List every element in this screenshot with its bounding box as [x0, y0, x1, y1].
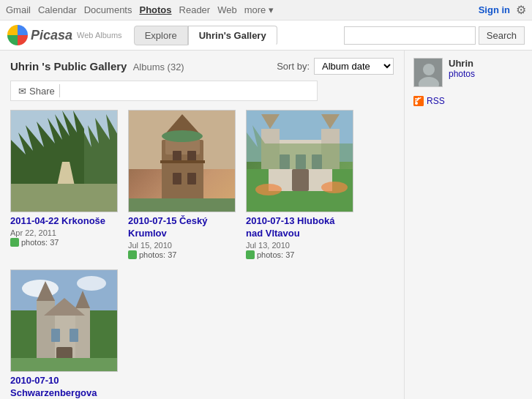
search-button[interactable]: Search: [479, 26, 525, 45]
gmail-link[interactable]: Gmail: [6, 4, 31, 15]
rss-icon: [413, 96, 424, 106]
svg-rect-13: [187, 173, 196, 184]
picasa-logo-icon: [7, 25, 28, 45]
sort-select[interactable]: Album date Name Date created: [314, 58, 394, 75]
album-svg-scene: [11, 111, 118, 212]
album-svg-scene: [247, 111, 353, 212]
avatar-image: [414, 59, 443, 87]
svg-point-49: [415, 102, 418, 105]
svg-rect-12: [173, 173, 181, 184]
album-title: 2010-07-13 Hluboká nad Vltavou: [246, 215, 353, 240]
user-name: Uhrin: [449, 58, 475, 69]
user-card: Uhrin photos: [413, 58, 523, 87]
svg-rect-4: [11, 184, 118, 212]
web-albums-label: Web Albums: [77, 31, 122, 40]
picasa-header: Picasa Web Albums Explore Uhrin's Galler…: [0, 20, 532, 51]
svg-rect-14: [160, 160, 205, 163]
album-title: 2010-07-15 Český Krumlov: [128, 215, 236, 240]
svg-point-27: [255, 184, 282, 195]
gallery-title: Uhrin 's Public Gallery Albums (32): [10, 60, 184, 72]
rss-label: RSS: [427, 96, 445, 106]
share-label: Share: [29, 86, 55, 97]
share-bar: ✉ Share: [10, 81, 318, 101]
album-photo-count: photos: 37: [21, 238, 59, 247]
album-date: Jul 15, 2010: [128, 241, 236, 250]
album-thumbnail: [10, 110, 118, 212]
svg-point-32: [77, 276, 106, 291]
share-divider: [59, 84, 60, 97]
uhrins-gallery-tab[interactable]: Uhrin's Gallery: [188, 26, 277, 45]
svg-rect-41: [51, 329, 60, 342]
album-item[interactable]: 2010-07-10 Schwarzenbergova hrobka Jul 1…: [10, 269, 118, 399]
picasa-tabs: Explore Uhrin's Gallery: [134, 26, 277, 45]
album-thumbnail: [128, 110, 236, 212]
documents-link[interactable]: Documents: [84, 4, 132, 15]
google-nav-links: Gmail Calendar Documents Photos Reader W…: [6, 4, 274, 15]
calendar-link[interactable]: Calendar: [38, 4, 77, 15]
google-nav-right: Sign in ⚙: [479, 3, 526, 17]
share-icon: ✉: [18, 86, 26, 97]
reader-link[interactable]: Reader: [179, 4, 211, 15]
svg-rect-26: [292, 169, 309, 191]
album-title: 2010-07-10 Schwarzenbergova hrobka: [10, 375, 118, 399]
album-title: 2011-04-22 Krkonoše: [10, 215, 118, 228]
album-photo-count: photos: 37: [257, 250, 294, 259]
web-link[interactable]: Web: [217, 4, 237, 15]
user-photos-link[interactable]: photos: [449, 69, 475, 79]
settings-button[interactable]: ⚙: [516, 3, 526, 17]
user-avatar: [413, 58, 443, 87]
album-svg-scene: [11, 270, 118, 372]
album-svg-scene: [129, 111, 236, 212]
content-area: Uhrin 's Public Gallery Albums (32) Sort…: [0, 51, 404, 399]
sort-area: Sort by: Album date Name Date created: [277, 58, 394, 75]
rss-link[interactable]: RSS: [413, 96, 523, 106]
svg-rect-44: [11, 358, 118, 372]
albums-grid: 2011-04-22 Krkonoše Apr 22, 2011 photos:…: [10, 110, 394, 399]
share-button[interactable]: ✉ Share: [18, 86, 55, 97]
gallery-title-bar: Uhrin 's Public Gallery Albums (32) Sort…: [10, 58, 394, 75]
album-item[interactable]: 2010-07-15 Český Krumlov Jul 15, 2010 ph…: [128, 110, 236, 259]
picasa-logo-text: Picasa: [31, 28, 72, 43]
sidebar: Uhrin photos RSS: [404, 51, 532, 399]
album-photo-count: photos: 37: [139, 250, 176, 259]
photo-icon: [246, 250, 255, 259]
photo-icon: [128, 250, 137, 259]
svg-point-9: [162, 130, 203, 142]
album-thumbnail: [246, 110, 353, 212]
albums-count: Albums (32): [133, 61, 184, 72]
explore-tab[interactable]: Explore: [134, 26, 188, 45]
more-link[interactable]: more ▾: [244, 4, 274, 15]
album-item[interactable]: 2011-04-22 Krkonoše Apr 22, 2011 photos:…: [10, 110, 118, 259]
photos-link[interactable]: Photos: [139, 4, 171, 15]
album-photos: photos: 37: [246, 250, 353, 259]
album-thumbnail: [10, 269, 118, 372]
gallery-title-text: Uhrin 's Public Gallery: [10, 60, 127, 72]
google-nav-bar: Gmail Calendar Documents Photos Reader W…: [0, 0, 532, 20]
picasa-logo[interactable]: Picasa Web Albums: [7, 25, 122, 45]
album-photos: photos: 37: [128, 250, 236, 259]
search-input[interactable]: [344, 26, 476, 45]
sign-in-link[interactable]: Sign in: [479, 4, 510, 15]
album-date: Apr 22, 2011: [10, 228, 118, 237]
search-area: Search: [344, 26, 525, 45]
photo-icon: [10, 238, 19, 247]
svg-rect-42: [70, 329, 78, 342]
gallery-title-group: Uhrin 's Public Gallery Albums (32): [10, 60, 184, 72]
picasa-logo-area: Picasa Web Albums Explore Uhrin's Galler…: [7, 25, 277, 45]
sort-label: Sort by:: [277, 61, 310, 72]
svg-point-28: [321, 182, 348, 193]
album-date: Jul 13, 2010: [246, 241, 353, 250]
svg-point-46: [423, 64, 435, 75]
album-item[interactable]: 2010-07-13 Hluboká nad Vltavou Jul 13, 2…: [246, 110, 353, 259]
album-photos: photos: 37: [10, 238, 118, 247]
user-info: Uhrin photos: [449, 58, 475, 79]
main-layout: Uhrin 's Public Gallery Albums (32) Sort…: [0, 51, 532, 399]
svg-rect-15: [129, 198, 236, 212]
